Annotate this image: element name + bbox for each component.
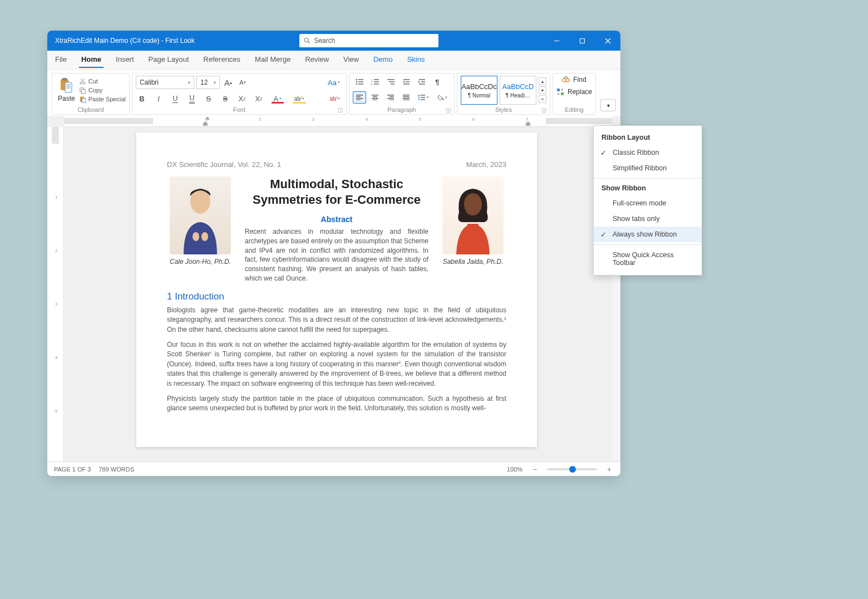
superscript-button[interactable]: X2 [236, 92, 248, 105]
popup-item-fullscreen[interactable]: Full-screen mode [594, 195, 702, 211]
cut-button[interactable]: Cut [79, 78, 126, 85]
ribbon-options-button[interactable]: ▾ [600, 99, 616, 111]
find-button[interactable]: Find [562, 76, 586, 84]
tab-mail-merge[interactable]: Mail Merge [253, 52, 293, 68]
paste-icon[interactable] [59, 78, 73, 94]
highlight-color-button[interactable]: ab⁄▾ [290, 92, 308, 105]
page-indicator[interactable]: PAGE 1 OF 3 [54, 466, 91, 473]
styles-dialog-launcher[interactable]: ◲ [541, 107, 546, 113]
bullet-list-button[interactable] [353, 76, 366, 88]
font-name-combo[interactable]: Calibri▾ [136, 76, 194, 89]
grow-font-button[interactable]: A▴ [222, 76, 234, 89]
font-dialog-launcher[interactable]: ◲ [338, 107, 343, 113]
popup-item-classic[interactable]: ✓Classic Ribbon [594, 145, 702, 160]
tab-home[interactable]: Home [79, 52, 103, 68]
double-strike-button[interactable]: S [219, 92, 231, 105]
document-page[interactable]: DX Scientific Journal, Vol. 22, No. 1 Ma… [136, 132, 537, 447]
italic-button[interactable]: I [152, 92, 165, 105]
strikethrough-button[interactable]: S [203, 92, 215, 105]
style-heading1[interactable]: AaBbCcD ¶ Headi… [500, 76, 536, 105]
underline-button[interactable]: U [169, 92, 181, 105]
body-paragraph: Physicists largely study the partition t… [167, 394, 506, 414]
tab-insert[interactable]: Insert [114, 52, 136, 68]
styles-scroll-down[interactable]: ▾ [539, 86, 546, 94]
tab-view[interactable]: View [341, 52, 361, 68]
check-icon: ✓ [600, 230, 606, 239]
font-color-button[interactable]: A▾ [269, 92, 286, 105]
svg-rect-56 [403, 96, 410, 97]
tab-references[interactable]: References [201, 52, 243, 68]
svg-line-15 [80, 78, 84, 82]
styles-scroll-up[interactable]: ▴ [539, 77, 546, 85]
align-left-button[interactable] [353, 91, 366, 104]
svg-point-21 [356, 81, 358, 83]
svg-marker-42 [418, 81, 420, 83]
abstract-text: Recent advances in modular technology an… [245, 227, 428, 283]
paragraph-dialog-launcher[interactable]: ◲ [446, 107, 451, 113]
paint-bucket-icon [437, 94, 444, 101]
zoom-in-button[interactable]: + [605, 465, 614, 474]
svg-line-1 [308, 42, 310, 43]
popup-item-qat[interactable]: Show Quick Access Toolbar [594, 247, 702, 271]
align-justify-button[interactable] [400, 91, 413, 104]
paste-special-button[interactable]: Paste Special [79, 96, 126, 103]
tab-page-layout[interactable]: Page Layout [146, 52, 191, 68]
document-area: /* marks injected below */ 1234567 12345… [47, 116, 620, 461]
ribbon-group-editing: Find Replace Editing [553, 73, 596, 115]
ribbon-group-styles: AaBbCcDc ¶ Normal AaBbCcD ¶ Headi… ▴ ▾ ≡… [457, 73, 550, 115]
replace-button[interactable]: Replace [556, 88, 592, 96]
styles-expand[interactable]: ≡ [539, 95, 546, 103]
svg-marker-38 [403, 81, 405, 83]
line-spacing-button[interactable]: ▾ [415, 91, 432, 104]
app-window: XtraRichEdit Main Demo (C# code) - First… [47, 31, 620, 476]
multilevel-list-button[interactable] [384, 76, 397, 88]
bold-button[interactable]: B [136, 92, 148, 105]
horizontal-ruler[interactable]: /* marks injected below */ 1234567 [64, 116, 613, 127]
svg-point-12 [80, 82, 82, 84]
word-count[interactable]: 789 WORDS [98, 466, 134, 473]
popup-item-tabs-only[interactable]: Show tabs only [594, 211, 702, 227]
align-center-button[interactable] [368, 91, 382, 104]
minimize-button[interactable] [544, 31, 569, 51]
subscript-button[interactable]: X2 [253, 92, 265, 105]
svg-rect-49 [372, 98, 378, 99]
replace-icon [556, 88, 564, 96]
search-input[interactable]: Search [299, 34, 438, 47]
svg-rect-50 [373, 100, 377, 100]
align-right-button[interactable] [384, 91, 397, 104]
copy-button[interactable]: Copy [79, 87, 126, 94]
number-list-button[interactable]: 123 [368, 76, 382, 88]
decrease-indent-button[interactable] [400, 76, 413, 88]
zoom-label[interactable]: 100% [507, 466, 522, 473]
increase-indent-button[interactable] [415, 76, 428, 88]
font-size-combo[interactable]: 12▾ [196, 76, 220, 89]
svg-rect-53 [387, 98, 394, 99]
copy-icon [79, 87, 86, 94]
double-underline-button[interactable]: U [186, 92, 198, 105]
paste-button[interactable]: Paste [58, 95, 75, 102]
popup-item-simplified[interactable]: Simplified Ribbon [594, 160, 702, 176]
svg-point-66 [563, 78, 566, 82]
author1-name: Cale Joon-Ho, Ph.D. [170, 258, 231, 266]
style-normal[interactable]: AaBbCcDc ¶ Normal [461, 76, 497, 105]
show-marks-button[interactable]: ¶ [431, 76, 444, 88]
svg-point-72 [201, 232, 208, 241]
popup-item-always-show[interactable]: ✓Always show Ribbon [594, 227, 702, 242]
close-button[interactable] [595, 31, 620, 51]
zoom-out-button[interactable]: − [530, 465, 539, 474]
svg-rect-7 [62, 78, 67, 81]
ribbon-group-font: Calibri▾ 12▾ A▴ A▾ Aa▾ B I U U S S [132, 73, 347, 115]
shrink-font-button[interactable]: A▾ [236, 76, 249, 89]
tab-skins[interactable]: Skins [405, 52, 427, 68]
clear-format-button[interactable]: ab⁄▾ [327, 92, 343, 105]
change-case-button[interactable]: Aa▾ [325, 76, 343, 89]
shading-button[interactable]: ▾ [434, 91, 451, 104]
tab-review[interactable]: Review [303, 52, 331, 68]
tab-file[interactable]: File [53, 52, 69, 68]
vertical-ruler[interactable]: 123456 [47, 127, 64, 461]
tab-demo[interactable]: Demo [371, 52, 395, 68]
maximize-button[interactable] [569, 31, 595, 51]
zoom-slider[interactable] [547, 468, 597, 470]
svg-rect-55 [403, 95, 410, 96]
svg-rect-43 [356, 95, 363, 96]
